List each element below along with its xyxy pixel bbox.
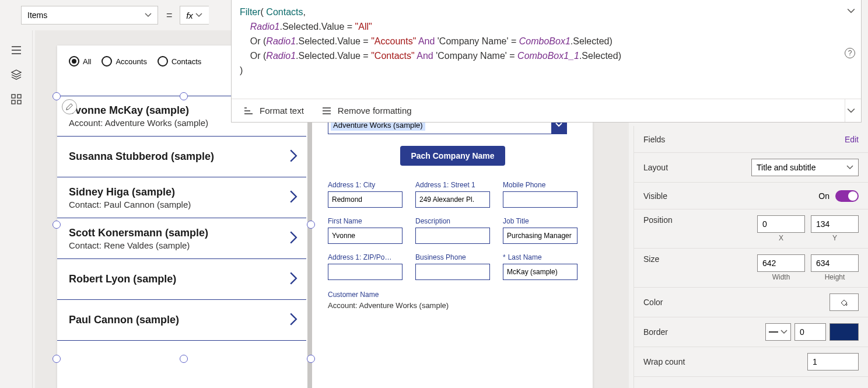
formula-help-icon[interactable]: ?: [845, 48, 855, 58]
radio-icon: [158, 56, 168, 67]
selection-handle[interactable]: [52, 221, 61, 229]
selection-handle[interactable]: [180, 92, 188, 100]
prop-label: Color: [643, 298, 663, 307]
lastname-input[interactable]: [503, 264, 578, 280]
field-businessphone: Business Phone: [415, 253, 490, 280]
visible-toggle[interactable]: [835, 190, 859, 202]
chevron-down-icon: [847, 7, 855, 15]
formula-editor[interactable]: Filter( Contacts, Radio1.Selected.Value …: [231, 0, 862, 123]
edit-pencil-badge[interactable]: [62, 99, 77, 114]
property-dropdown-value: Items: [27, 11, 47, 20]
gallery-scrollbar[interactable]: [307, 96, 312, 388]
axis-label: X: [779, 234, 783, 242]
field-street: Address 1: Street 1: [415, 181, 490, 208]
gallery-item[interactable]: Paul Cannon (sample): [57, 300, 306, 341]
remove-formatting-button[interactable]: Remove formatting: [321, 103, 412, 118]
selection-handle[interactable]: [52, 92, 61, 100]
field-mobile: Mobile Phone: [503, 181, 578, 208]
position-x-input[interactable]: [757, 215, 805, 233]
prop-layout-row: Layout Title and subtitle: [634, 153, 868, 183]
formula-collapse-chevron[interactable]: [847, 5, 855, 19]
businessphone-input[interactable]: [415, 264, 490, 280]
hamburger-icon[interactable]: [10, 44, 22, 56]
firstname-input[interactable]: [328, 228, 402, 244]
chevron-right-icon: [289, 312, 298, 328]
axis-label: Y: [832, 234, 837, 242]
properties-panel: Fields Edit Layout Title and subtitle Vi…: [634, 126, 868, 388]
chevron-right-icon: [289, 271, 298, 288]
radio-label: Accounts: [116, 57, 146, 66]
border-color-button[interactable]: [830, 323, 859, 341]
form-fields-grid: Address 1: City Address 1: Street 1 Mobi…: [328, 181, 578, 280]
prop-label: Border: [643, 327, 668, 337]
property-dropdown[interactable]: Items: [21, 6, 158, 25]
selection-handle[interactable]: [307, 221, 315, 229]
description-input[interactable]: [415, 228, 490, 244]
selection-handle[interactable]: [52, 355, 61, 363]
contacts-gallery[interactable]: Yvonne McKay (sample)Account: Adventure …: [57, 96, 310, 388]
gallery-item[interactable]: Robert Lyon (sample): [57, 259, 306, 300]
chevron-down-icon: [846, 164, 853, 171]
radio-group: All Accounts Contacts: [69, 56, 201, 67]
position-y-input[interactable]: [811, 215, 859, 233]
field-label: Description: [415, 217, 490, 225]
customer-name-label: Customer Name: [328, 291, 578, 299]
customer-name-display: Customer Name Account: Adventure Works (…: [328, 291, 578, 310]
field-zip: Address 1: ZIP/Po…: [328, 253, 402, 280]
mobile-input[interactable]: [503, 191, 578, 208]
color-picker-button[interactable]: [830, 293, 859, 311]
chevron-down-icon: [195, 12, 202, 19]
fx-button[interactable]: fx: [180, 6, 209, 25]
chevron-down-icon: [145, 12, 152, 19]
prop-color-row: Color: [634, 288, 868, 317]
gallery-item[interactable]: Scott Konersmann (sample)Contact: Rene V…: [57, 218, 306, 259]
format-icon: [243, 106, 254, 116]
size-height-input[interactable]: [811, 254, 859, 272]
gallery-item-title: Robert Lyon (sample): [69, 273, 176, 285]
radio-option-contacts[interactable]: Contacts: [158, 56, 201, 67]
layout-dropdown[interactable]: Title and subtitle: [751, 159, 859, 176]
patch-company-name-button[interactable]: Pach Company Name: [400, 146, 505, 166]
layers-icon[interactable]: [10, 69, 22, 81]
gallery-item[interactable]: Sidney Higa (sample)Contact: Paul Cannon…: [57, 177, 306, 218]
gallery-item-title: Scott Konersmann (sample): [69, 227, 208, 239]
remove-format-icon: [321, 106, 332, 116]
radio-option-all[interactable]: All: [69, 56, 91, 67]
field-label: Address 1: ZIP/Po…: [328, 253, 402, 261]
format-text-button[interactable]: Format text: [243, 103, 304, 118]
chevron-right-icon: [289, 190, 298, 206]
gallery-item[interactable]: Susanna Stubberod (sample): [57, 137, 306, 177]
chevron-right-icon: [289, 230, 298, 247]
equals-sign: =: [166, 9, 173, 22]
field-city: Address 1: City: [328, 181, 402, 208]
chevron-down-icon: [847, 107, 855, 115]
city-input[interactable]: [328, 191, 402, 208]
street-input[interactable]: [415, 191, 490, 208]
radio-label: All: [83, 57, 91, 66]
gallery-item-subtitle: Contact: Rene Valdes (sample): [69, 240, 208, 250]
field-label: Business Phone: [415, 253, 490, 261]
zip-input[interactable]: [328, 264, 402, 280]
gallery-item-title: Yvonne McKay (sample): [69, 104, 208, 117]
selection-handle[interactable]: [180, 355, 188, 363]
button-label: Pach Company Name: [411, 151, 494, 160]
pencil-icon: [65, 103, 74, 111]
formula-expand-button[interactable]: [845, 99, 861, 122]
layout-value: Title and subtitle: [757, 163, 816, 172]
chevron-right-icon: [289, 149, 298, 165]
detail-form: Adventure Works (sample) Pach Company Na…: [322, 116, 583, 388]
border-style-dropdown[interactable]: [765, 323, 791, 341]
gallery-item-subtitle: Contact: Paul Cannon (sample): [69, 200, 191, 209]
svg-rect-1: [18, 95, 21, 98]
wrapcount-input[interactable]: [807, 353, 859, 370]
jobtitle-input[interactable]: [503, 228, 578, 244]
size-width-input[interactable]: [757, 254, 805, 272]
axis-label: Height: [825, 273, 845, 281]
radio-option-accounts[interactable]: Accounts: [102, 56, 146, 67]
radio-icon: [102, 56, 112, 67]
selection-handle[interactable]: [307, 355, 315, 363]
prop-visible-row: Visible On: [634, 183, 868, 209]
border-width-input[interactable]: [794, 323, 826, 341]
grid-icon[interactable]: [10, 93, 22, 105]
edit-fields-link[interactable]: Edit: [845, 135, 859, 144]
